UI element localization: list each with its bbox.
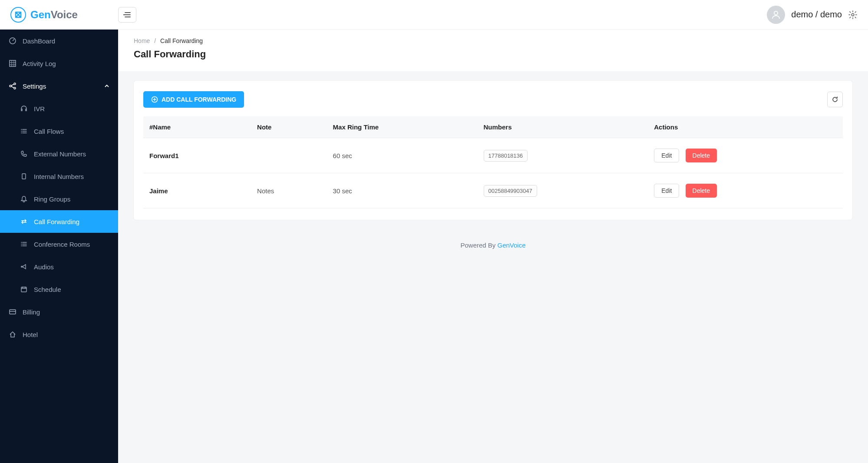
cell-ring: 30 sec [327, 173, 478, 208]
avatar[interactable] [767, 6, 785, 24]
delete-button[interactable]: Delete [686, 149, 717, 162]
sidebar-item-label: Hotel [23, 331, 38, 338]
page-header: Home / Call Forwarding Call Forwarding [118, 30, 868, 71]
refresh-button[interactable] [827, 92, 843, 107]
sidebar-item-call-forwarding[interactable]: Call Forwarding [0, 210, 118, 233]
svg-point-5 [14, 83, 16, 85]
delete-button[interactable]: Delete [686, 184, 717, 198]
edit-button[interactable]: Edit [654, 184, 679, 198]
device-icon [20, 172, 28, 180]
sidebar-item-label: Billing [23, 308, 40, 316]
forwarding-table: #Name Note Max Ring Time Numbers Actions… [143, 116, 843, 208]
logo[interactable]: GenVoice [10, 7, 118, 23]
svg-point-0 [774, 11, 778, 14]
card-icon [9, 308, 17, 316]
sidebar-item-label: IVR [34, 105, 45, 112]
username[interactable]: demo / demo [791, 10, 842, 20]
sidebar-item-label: External Numbers [34, 150, 86, 158]
plus-circle-icon [151, 96, 158, 103]
add-call-forwarding-button[interactable]: ADD CALL FORWARDING [143, 91, 244, 108]
th-ring: Max Ring Time [327, 116, 478, 138]
table-row: Jaime Notes 30 sec 00258849903047 Edit D… [143, 173, 843, 208]
cell-note: Notes [251, 173, 327, 208]
th-numbers: Numbers [478, 116, 648, 138]
sidebar-section-settings[interactable]: Settings [0, 75, 118, 97]
calendar-icon [20, 285, 28, 293]
share-icon [9, 82, 17, 90]
cell-ring: 60 sec [327, 138, 478, 173]
sidebar: DashBoard Activity Log Settings IVR Call… [0, 30, 118, 463]
list-icon [20, 240, 28, 248]
grid-icon [9, 60, 17, 67]
sidebar-item-call-flows[interactable]: Call Flows [0, 120, 118, 142]
swap-icon [20, 218, 28, 225]
th-note: Note [251, 116, 327, 138]
svg-point-6 [14, 87, 16, 89]
footer: Powered By GenVoice [118, 229, 868, 261]
phone-icon [20, 150, 28, 158]
dashboard-icon [9, 37, 17, 45]
sidebar-item-label: Call Forwarding [34, 218, 79, 225]
sidebar-item-hotel[interactable]: Hotel [0, 323, 118, 346]
list-icon [20, 127, 28, 135]
user-area: demo / demo [767, 6, 858, 24]
refresh-icon [831, 96, 839, 103]
number-tag: 00258849903047 [484, 185, 537, 197]
sidebar-item-audios[interactable]: Audios [0, 255, 118, 278]
bell-icon [20, 195, 28, 203]
sidebar-item-billing[interactable]: Billing [0, 301, 118, 323]
svg-rect-9 [10, 310, 16, 314]
topbar: GenVoice demo / demo [0, 0, 868, 30]
content: Home / Call Forwarding Call Forwarding A… [118, 30, 868, 463]
sidebar-item-label: Activity Log [23, 60, 56, 67]
breadcrumb: Home / Call Forwarding [134, 37, 852, 44]
svg-point-4 [10, 85, 11, 87]
sidebar-item-label: Internal Numbers [34, 173, 84, 180]
sidebar-item-label: Audios [34, 263, 54, 271]
gear-icon [848, 10, 858, 20]
panel-toolbar: ADD CALL FORWARDING [143, 91, 843, 108]
sidebar-item-external-numbers[interactable]: External Numbers [0, 142, 118, 165]
headset-icon [20, 105, 28, 112]
add-button-label: ADD CALL FORWARDING [162, 96, 236, 103]
cell-numbers: 17788018136 [478, 138, 648, 173]
chevron-up-icon [104, 83, 109, 90]
sidebar-item-activity-log[interactable]: Activity Log [0, 52, 118, 75]
sidebar-item-internal-numbers[interactable]: Internal Numbers [0, 165, 118, 188]
breadcrumb-sep: / [154, 37, 156, 44]
breadcrumb-current: Call Forwarding [160, 37, 203, 44]
user-icon [771, 10, 781, 20]
sidebar-item-label: Conference Rooms [34, 241, 90, 248]
sidebar-item-label: Schedule [34, 286, 61, 293]
sidebar-item-dashboard[interactable]: DashBoard [0, 30, 118, 52]
brand-part1: Gen [30, 9, 51, 21]
th-name: #Name [143, 116, 251, 138]
th-actions: Actions [648, 116, 843, 138]
svg-point-1 [851, 13, 854, 16]
sidebar-item-ivr[interactable]: IVR [0, 97, 118, 120]
page-title: Call Forwarding [134, 49, 852, 60]
svg-rect-8 [21, 287, 26, 292]
sidebar-item-conference-rooms[interactable]: Conference Rooms [0, 233, 118, 255]
edit-button[interactable]: Edit [654, 149, 679, 162]
sidebar-toggle-button[interactable] [118, 7, 136, 23]
number-tag: 17788018136 [484, 150, 528, 162]
footer-prefix: Powered By [460, 241, 497, 249]
footer-link[interactable]: GenVoice [498, 241, 526, 249]
sidebar-item-label: DashBoard [23, 37, 55, 45]
table-row: Forward1 60 sec 17788018136 Edit Delete [143, 138, 843, 173]
cell-numbers: 00258849903047 [478, 173, 648, 208]
sidebar-item-label: Ring Groups [34, 195, 70, 203]
cell-name: Forward1 [143, 138, 251, 173]
settings-button[interactable] [848, 10, 858, 20]
sidebar-item-ring-groups[interactable]: Ring Groups [0, 188, 118, 210]
sidebar-item-schedule[interactable]: Schedule [0, 278, 118, 301]
svg-rect-3 [10, 60, 16, 66]
cell-actions: Edit Delete [648, 173, 843, 208]
home-icon [9, 331, 17, 338]
cell-name: Jaime [143, 173, 251, 208]
megaphone-icon [20, 263, 28, 271]
svg-rect-7 [22, 174, 26, 179]
logo-icon [10, 7, 26, 23]
breadcrumb-home[interactable]: Home [134, 37, 150, 44]
